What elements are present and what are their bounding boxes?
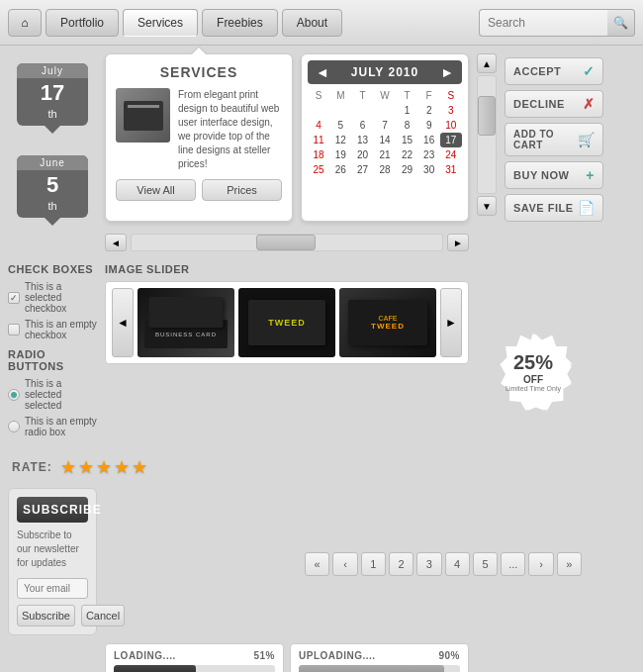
radio-item-1[interactable]: This is a selected selected <box>8 378 97 411</box>
decline-button[interactable]: DECLINE ✗ <box>505 90 603 118</box>
calendar-day[interactable]: 28 <box>374 162 397 177</box>
date-badges: July 17 th June 5 th <box>8 53 97 222</box>
calendar-day <box>329 103 351 118</box>
calendar-day[interactable]: 16 <box>418 133 440 147</box>
star-2[interactable]: ★ <box>78 456 94 478</box>
scroll-down-button[interactable]: ▼ <box>477 196 497 216</box>
calendar-day[interactable]: 3 <box>440 103 462 118</box>
checkbox-1[interactable] <box>8 292 20 304</box>
slider-images: BUSINESS CARD TWEED <box>138 288 436 357</box>
checkbox-item-1[interactable]: This is a selected checkbox <box>8 281 97 314</box>
calendar-day[interactable]: 9 <box>418 118 440 133</box>
calendar-day[interactable]: 31 <box>440 162 462 177</box>
calendar-day[interactable]: 27 <box>351 162 373 177</box>
checkbox-item-2[interactable]: This is an empty checkbox <box>8 319 97 340</box>
calendar-day[interactable]: 29 <box>396 162 417 177</box>
slider-next-button[interactable]: ► <box>440 288 462 357</box>
calendar-day[interactable]: 8 <box>396 118 417 133</box>
subscribe-description: Subscribe to our newsletter for updates <box>17 528 88 570</box>
slider-prev-button[interactable]: ◄ <box>112 288 134 357</box>
starburst-text: 25% OFF Limited Time Only <box>505 351 561 392</box>
submit-subscribe-button[interactable]: Subscribe <box>17 605 75 626</box>
nav-portfolio[interactable]: Portfolio <box>46 9 119 37</box>
email-input[interactable] <box>17 578 88 599</box>
main-content: July 17 th June 5 th SERVICES From elega… <box>0 46 643 672</box>
page-prev-button[interactable]: ‹ <box>332 552 357 576</box>
calendar-day[interactable]: 13 <box>351 133 373 147</box>
hscroll-track[interactable] <box>131 234 443 251</box>
scroll-track[interactable] <box>477 75 497 194</box>
page-1-button[interactable]: 1 <box>361 552 386 576</box>
hscroll-thumb[interactable] <box>256 235 316 250</box>
star-5[interactable]: ★ <box>132 456 147 478</box>
scroll-up-button[interactable]: ▲ <box>477 53 497 73</box>
calendar-day[interactable]: 15 <box>396 133 417 147</box>
save-file-button[interactable]: SAVE FILE 📄 <box>505 194 603 222</box>
cal-next-button[interactable]: ► <box>440 64 454 80</box>
calendar-day[interactable]: 5 <box>329 118 351 133</box>
calendar-day[interactable]: 12 <box>329 133 351 147</box>
cart-icon: 🛒 <box>578 132 596 147</box>
calendar-day[interactable]: 23 <box>418 147 440 162</box>
prices-button[interactable]: Prices <box>202 179 282 201</box>
page-4-button[interactable]: 4 <box>445 552 470 576</box>
search-button[interactable]: 🔍 <box>607 9 635 37</box>
calendar-day[interactable]: 1 <box>396 103 417 118</box>
home-button[interactable]: ⌂ <box>8 9 42 37</box>
rate-section: RATE: ★ ★ ★ ★ ★ <box>8 450 293 480</box>
nav-services[interactable]: Services <box>123 9 198 37</box>
hscroll-right-button[interactable]: ► <box>447 234 469 251</box>
page-2-button[interactable]: 2 <box>389 552 413 576</box>
page-next-button[interactable]: › <box>528 552 553 576</box>
calendar-day[interactable]: 22 <box>396 147 417 162</box>
calendar-day[interactable]: 18 <box>308 147 329 162</box>
accept-button[interactable]: ACCEPT ✓ <box>505 57 603 85</box>
calendar-day[interactable]: 20 <box>351 147 373 162</box>
buy-now-button[interactable]: BUY NOW + <box>505 161 603 189</box>
search-input[interactable] <box>479 9 607 37</box>
cancel-subscribe-button[interactable]: Cancel <box>81 605 125 626</box>
add-to-cart-button[interactable]: ADD TO CART 🛒 <box>505 123 603 156</box>
star-rating[interactable]: ★ ★ ★ ★ ★ <box>60 456 147 478</box>
nav-about[interactable]: About <box>282 9 342 37</box>
checkbox-2[interactable] <box>8 324 20 336</box>
cal-day-header: T <box>396 88 417 103</box>
page-last-button[interactable]: » <box>557 552 582 576</box>
radio-1[interactable] <box>8 389 20 401</box>
calendar-day[interactable]: 30 <box>418 162 440 177</box>
subscribe-panel: SUBSCRIBE Subscribe to our newsletter fo… <box>8 488 97 635</box>
view-all-button[interactable]: View All <box>116 179 196 201</box>
hscroll-left-button[interactable]: ◄ <box>105 234 127 251</box>
uploading-bar-track <box>299 665 460 672</box>
star-3[interactable]: ★ <box>96 456 112 478</box>
calendar-day[interactable]: 19 <box>329 147 351 162</box>
calendar-day[interactable]: 14 <box>374 133 397 147</box>
nav-freebies[interactable]: Freebies <box>202 9 278 37</box>
loading-bar-fill <box>114 665 196 672</box>
calendar-day[interactable]: 7 <box>374 118 397 133</box>
scroll-thumb[interactable] <box>478 96 496 136</box>
calendar-day[interactable]: 25 <box>308 162 329 177</box>
calendar-day[interactable]: 4 <box>308 118 329 133</box>
calendar-day[interactable]: 2 <box>418 103 440 118</box>
page-3-button[interactable]: 3 <box>416 552 441 576</box>
subscribe-button[interactable]: SUBSCRIBE <box>17 497 88 523</box>
calendar-day <box>308 103 329 118</box>
cal-prev-button[interactable]: ◄ <box>316 64 329 80</box>
page-first-button[interactable]: « <box>305 552 329 576</box>
page-5-button[interactable]: 5 <box>473 552 498 576</box>
calendar-day[interactable]: 17 <box>440 133 462 147</box>
radio-2[interactable] <box>8 421 20 432</box>
radio-item-2[interactable]: This is an empty radio box <box>8 416 97 437</box>
calendar-day <box>351 103 373 118</box>
calendar-day[interactable]: 21 <box>374 147 397 162</box>
calendar-day[interactable]: 11 <box>308 133 329 147</box>
calendar-day[interactable]: 26 <box>329 162 351 177</box>
image-slider-section: IMAGE SLIDER ◄ BUSINESS CARD <box>105 263 469 442</box>
calendar-day[interactable]: 24 <box>440 147 462 162</box>
calendar-day[interactable]: 10 <box>440 118 462 133</box>
slider-image-3: CAFE TWEED <box>339 288 436 357</box>
star-1[interactable]: ★ <box>60 456 76 478</box>
star-4[interactable]: ★ <box>114 456 130 478</box>
calendar-day[interactable]: 6 <box>351 118 373 133</box>
